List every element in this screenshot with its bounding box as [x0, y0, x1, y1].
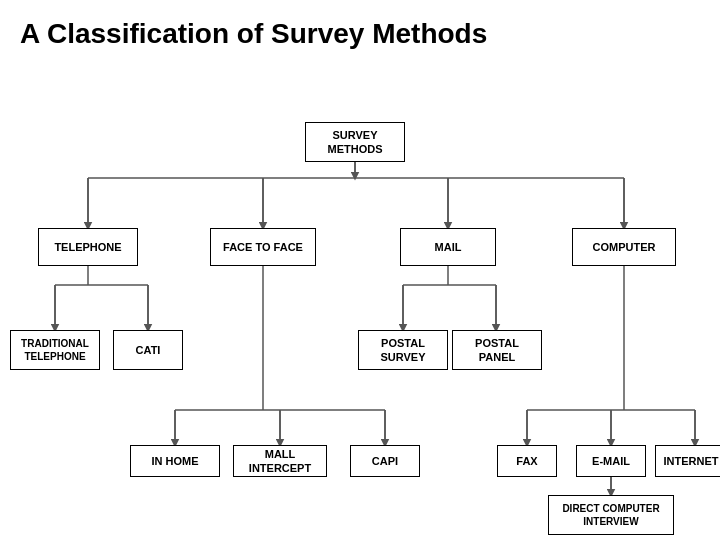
diagram: SURVEY METHODS TELEPHONE FACE TO FACE MA… — [0, 60, 720, 530]
node-mail: MAIL — [400, 228, 496, 266]
node-face-to-face: FACE TO FACE — [210, 228, 316, 266]
node-computer: COMPUTER — [572, 228, 676, 266]
node-capi: CAPI — [350, 445, 420, 477]
node-internet: INTERNET — [655, 445, 720, 477]
node-fax: FAX — [497, 445, 557, 477]
node-cati: CATI — [113, 330, 183, 370]
node-traditional-telephone: TRADITIONAL TELEPHONE — [10, 330, 100, 370]
node-in-home: IN HOME — [130, 445, 220, 477]
node-postal-panel: POSTAL PANEL — [452, 330, 542, 370]
node-email: E-MAIL — [576, 445, 646, 477]
node-postal-survey: POSTAL SURVEY — [358, 330, 448, 370]
node-direct-computer: DIRECT COMPUTER INTERVIEW — [548, 495, 674, 535]
page-title: A Classification of Survey Methods — [0, 0, 720, 60]
node-mall-intercept: MALL INTERCEPT — [233, 445, 327, 477]
node-telephone: TELEPHONE — [38, 228, 138, 266]
node-survey-methods: SURVEY METHODS — [305, 122, 405, 162]
